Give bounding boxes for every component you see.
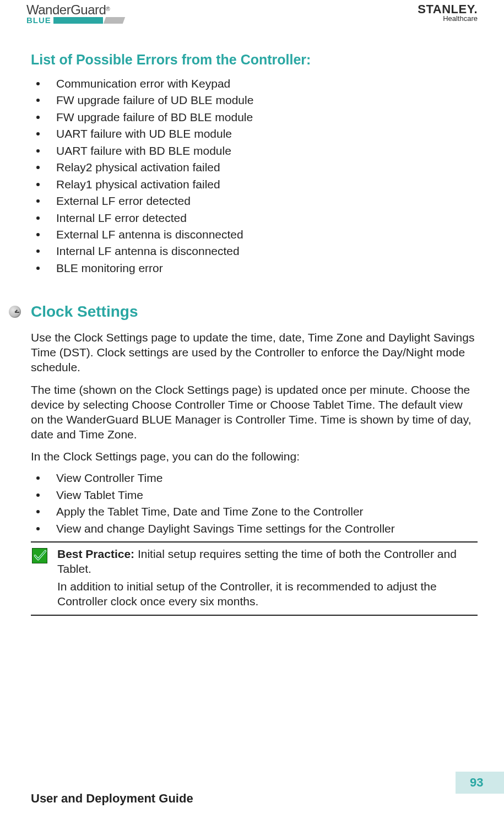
paragraph: In the Clock Settings page, you can do t… [31,449,478,464]
page-number-tab: 93 [456,772,504,794]
list-item: FW upgrade failure of BD BLE module [31,109,478,126]
list-item: External LF error detected [31,193,478,209]
list-item: Communication error with Keypad [31,75,478,92]
footer-title: User and Deployment Guide [31,791,193,806]
logo-bar-gray [104,17,125,24]
paragraph: The time (shown on the Clock Settings pa… [31,383,478,442]
list-item: Relay2 physical activation failed [31,159,478,176]
section-clock-settings: Clock Settings [9,303,478,321]
error-list: Communication error with Keypad FW upgra… [31,75,478,276]
logo-bar-teal [53,17,103,24]
list-item: FW upgrade failure of UD BLE module [31,92,478,109]
clock-icon [9,306,21,318]
list-item: Internal LF error detected [31,210,478,226]
list-item: UART failure with BD BLE module [31,143,478,159]
registered-mark: ® [106,6,110,12]
list-item: View and change Daylight Savings Time se… [31,520,478,537]
list-item: Relay1 physical activation failed [31,176,478,193]
list-item: BLE monitoring error [31,260,478,276]
paragraph: Use the Clock Settings page to update th… [31,330,478,375]
list-item: View Controller Time [31,470,478,486]
page-header: WanderGuard® BLUE STANLEY. Healthcare [26,0,478,37]
clock-actions-list: View Controller Time View Tablet Time Ap… [31,470,478,537]
product-name: WanderGuard [26,2,106,17]
best-practice-lead: Best Practice: [57,547,134,560]
list-item: Internal LF antenna is disconnected [31,243,478,259]
page-content: List of Possible Errors from the Control… [26,52,478,616]
list-item: UART failure with UD BLE module [31,126,478,142]
best-practice-line2: In addition to initial setup of the Cont… [57,579,478,609]
best-practice-text: Best Practice: Initial setup requires se… [57,547,478,609]
logo-stanley: STANLEY. Healthcare [418,2,478,23]
heading-clock-settings: Clock Settings [31,303,138,321]
page-number: 93 [470,775,483,790]
checkmark-icon [32,548,47,563]
product-sub: BLUE [26,15,51,25]
heading-errors: List of Possible Errors from the Control… [31,52,478,68]
best-practice-box: Best Practice: Initial setup requires se… [31,541,478,616]
list-item: Apply the Tablet Time, Date and Time Zon… [31,503,478,520]
logo-wanderguard: WanderGuard® BLUE [26,2,153,25]
list-item: View Tablet Time [31,487,478,503]
list-item: External LF antenna is disconnected [31,226,478,243]
